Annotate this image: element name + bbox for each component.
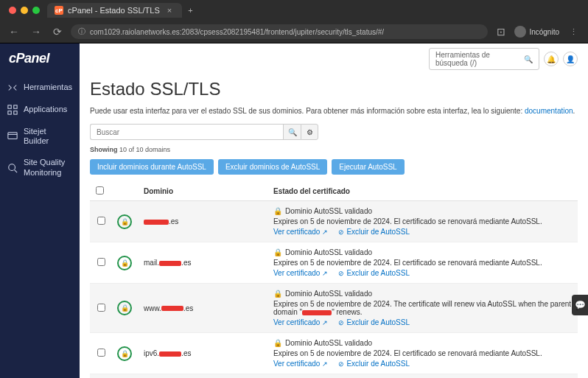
sitequality-icon bbox=[7, 163, 18, 173]
browser-menu-icon[interactable]: ⋮ bbox=[565, 27, 582, 37]
intro-post: . bbox=[573, 107, 575, 115]
incognito-icon bbox=[514, 26, 526, 38]
global-search[interactable]: Herramientas de búsqueda (/) 🔍 bbox=[429, 48, 539, 70]
include-autossl-button[interactable]: Incluir dominios durante AutoSSL bbox=[90, 159, 214, 175]
cert-col-header: Estado del certificado bbox=[267, 182, 578, 201]
sidebar-item-sitejet[interactable]: Sitejet Builder bbox=[0, 121, 80, 152]
notifications-button[interactable]: 🔔 bbox=[544, 52, 559, 66]
sidebar-item-applications[interactable]: Applications bbox=[0, 99, 80, 121]
back-button[interactable]: ← bbox=[6, 26, 22, 38]
logo[interactable]: cPanel bbox=[0, 43, 80, 77]
row-checkbox[interactable] bbox=[97, 349, 105, 357]
sidebar-label: Site Quality Monitoring bbox=[24, 158, 72, 177]
domain-cell: mail..es bbox=[138, 242, 267, 284]
page-title: Estado SSL/TLS bbox=[90, 79, 578, 99]
cert-expires-text: Expires on 5 de noviembre de 2024. El ce… bbox=[273, 349, 572, 357]
feedback-button[interactable]: 💬 bbox=[572, 295, 588, 315]
exclude-autossl-link[interactable]: ⊘ Excluir de AutoSSL bbox=[338, 318, 410, 326]
search-button[interactable]: 🔍 bbox=[283, 124, 301, 140]
user-menu-button[interactable]: 👤 bbox=[563, 52, 578, 66]
url-text: com1029.raiolanetworks.es:2083/cpsess208… bbox=[90, 28, 384, 36]
settings-button[interactable]: ⚙ bbox=[301, 124, 318, 140]
exclude-autossl-link[interactable]: ⊘ Excluir de AutoSSL bbox=[338, 228, 410, 236]
row-checkbox-cell bbox=[90, 374, 111, 379]
cert-links: Ver certificado ↗⊘ Excluir de AutoSSL bbox=[273, 269, 572, 277]
row-lock-cell: 🔒 bbox=[111, 374, 138, 379]
url-field[interactable]: ⓘ com1029.raiolanetworks.es:2083/cpsess2… bbox=[71, 24, 488, 39]
cert-expires-text: Expires on 5 de noviembre de 2024. El ce… bbox=[273, 217, 572, 225]
intro-text: Puede usar esta interfaz para ver el est… bbox=[90, 107, 578, 115]
search-icon: 🔍 bbox=[288, 128, 297, 136]
redacted-domain bbox=[161, 306, 183, 311]
external-link-icon: ↗ bbox=[322, 319, 328, 326]
incognito-badge: Incógnito bbox=[514, 26, 559, 38]
svg-rect-4 bbox=[8, 133, 17, 139]
forward-button[interactable]: → bbox=[28, 26, 44, 38]
cpanel-favicon: cP bbox=[55, 6, 63, 15]
run-autossl-button[interactable]: Ejecutar AutoSSL bbox=[332, 159, 404, 175]
main: Herramientas de búsqueda (/) 🔍 🔔 👤 Estad… bbox=[80, 43, 588, 378]
external-link-icon: ↗ bbox=[322, 228, 328, 236]
reload-button[interactable]: ⟳ bbox=[50, 26, 65, 38]
address-bar: ← → ⟳ ⓘ com1029.raiolanetworks.es:2083/c… bbox=[0, 21, 588, 43]
view-certificate-link[interactable]: Ver certificado ↗ bbox=[273, 269, 328, 277]
showing-count: Showing 10 of 10 domains bbox=[90, 146, 578, 153]
tab-close-icon[interactable]: × bbox=[164, 6, 175, 15]
svg-rect-2 bbox=[8, 111, 11, 114]
new-tab-button[interactable]: + bbox=[185, 6, 195, 15]
site-info-icon[interactable]: ⓘ bbox=[78, 27, 85, 37]
exclude-icon: ⊘ bbox=[338, 228, 344, 236]
sidebar-item-sitequality[interactable]: Site Quality Monitoring bbox=[0, 152, 80, 183]
action-buttons: Incluir dominios durante AutoSSL Excluir… bbox=[90, 159, 578, 175]
row-checkbox-cell bbox=[90, 333, 111, 374]
cert-validated-line: 🔒Dominio AutoSSL validado bbox=[273, 339, 572, 347]
row-checkbox[interactable] bbox=[97, 258, 105, 266]
view-certificate-link[interactable]: Ver certificado ↗ bbox=[273, 318, 328, 326]
intro-pre: Puede usar esta interfaz para ver el est… bbox=[90, 107, 525, 115]
domain-search-input[interactable] bbox=[90, 124, 283, 140]
row-checkbox-cell bbox=[90, 201, 111, 242]
domain-cell: cpanel..es bbox=[138, 374, 267, 379]
select-all-checkbox[interactable] bbox=[96, 186, 104, 195]
external-link-icon: ↗ bbox=[322, 270, 328, 277]
redacted-domain bbox=[144, 220, 169, 225]
sidebar: cPanel Herramientas Applications Sitejet… bbox=[0, 43, 80, 378]
sidebar-label: Herramientas bbox=[24, 83, 72, 92]
row-lock-cell: 🔒 bbox=[111, 284, 138, 333]
redacted-domain bbox=[159, 351, 181, 357]
browser-tab-active[interactable]: cP cPanel - Estado SSL/TLS × bbox=[47, 3, 182, 18]
close-window[interactable] bbox=[9, 7, 16, 14]
topstrip: Herramientas de búsqueda (/) 🔍 🔔 👤 bbox=[80, 43, 588, 74]
cert-status-cell: 🔒Dominio AutoSSL validadoExpires on 5 de… bbox=[267, 284, 578, 333]
showing-range: 10 of 10 bbox=[119, 146, 144, 153]
cert-validated-text: Dominio AutoSSL validado bbox=[285, 207, 372, 215]
cert-status: 🔒Dominio AutoSSL validadoExpires on 5 de… bbox=[273, 248, 572, 277]
exclude-icon: ⊘ bbox=[338, 319, 344, 326]
domain-cell: .es bbox=[138, 201, 267, 242]
cert-status-cell: 🔒Dominio AutoSSL validadoExpires on 5 de… bbox=[267, 242, 578, 284]
cert-expires-text: Expires on 5 de noviembre de 2024. El ce… bbox=[273, 259, 572, 267]
table-row: 🔒www..es🔒Dominio AutoSSL validadoExpires… bbox=[90, 284, 578, 333]
svg-point-5 bbox=[9, 164, 15, 170]
cert-validated-line: 🔒Dominio AutoSSL validado bbox=[273, 207, 572, 215]
minimize-window[interactable] bbox=[21, 7, 28, 14]
exclude-autossl-link[interactable]: ⊘ Excluir de AutoSSL bbox=[338, 269, 410, 277]
cert-validated-text: Dominio AutoSSL validado bbox=[285, 339, 372, 347]
exclude-autossl-button[interactable]: Excluir dominios de AutoSSL bbox=[218, 159, 327, 175]
exclude-autossl-link[interactable]: ⊘ Excluir de AutoSSL bbox=[338, 360, 410, 368]
lock-circle-icon: 🔒 bbox=[117, 301, 132, 315]
cert-status-cell: 🔒Dominio AutoSSL validadoExpires on 5 de… bbox=[267, 201, 578, 242]
redacted-domain bbox=[302, 310, 332, 315]
sidebar-item-tools[interactable]: Herramientas bbox=[0, 77, 80, 99]
row-checkbox[interactable] bbox=[97, 217, 105, 225]
view-certificate-link[interactable]: Ver certificado ↗ bbox=[273, 228, 328, 236]
cert-validated-line: 🔒Dominio AutoSSL validado bbox=[273, 290, 572, 298]
row-lock-cell: 🔒 bbox=[111, 242, 138, 284]
row-checkbox[interactable] bbox=[97, 304, 105, 312]
translate-icon[interactable]: ⊡ bbox=[494, 26, 508, 38]
table-row: 🔒cpanel..es🔒Dominio AutoSSL validadoExpi… bbox=[90, 374, 578, 379]
maximize-window[interactable] bbox=[32, 7, 40, 14]
view-certificate-link[interactable]: Ver certificado ↗ bbox=[273, 360, 328, 368]
documentation-link[interactable]: documentation bbox=[525, 107, 573, 115]
table-row: 🔒ipv6..es🔒Dominio AutoSSL validadoExpire… bbox=[90, 333, 578, 374]
